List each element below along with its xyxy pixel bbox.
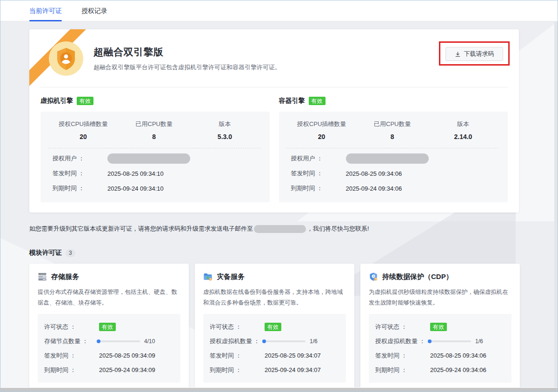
field-label: 签发时间 ： bbox=[53, 169, 107, 178]
stat-value: 5.3.0 bbox=[189, 133, 260, 140]
module-card-title: 持续数据保护（CDP） bbox=[382, 272, 453, 281]
download-request-code-button[interactable]: 下载请求码 bbox=[445, 47, 503, 61]
engine-title: 容器引擎 bbox=[279, 97, 305, 105]
status-badge: 有效 bbox=[77, 97, 93, 105]
module-licenses-heading: 模块许可证 bbox=[29, 249, 62, 257]
tab-authorization-records[interactable]: 授权记录 bbox=[81, 1, 107, 21]
redacted-user-value bbox=[107, 153, 190, 164]
quota-progress: 1/6 bbox=[430, 338, 483, 345]
license-subtitle: 超融合双引擎版平台许可证包含虚拟机引擎许可证和容器引擎许可证。 bbox=[93, 63, 281, 72]
license-header: 超融合双引擎版 超融合双引擎版平台许可证包含虚拟机引擎许可证和容器引擎许可证。 … bbox=[29, 29, 519, 87]
expire-time-value: 2025-09-24 09:34:09 bbox=[99, 366, 155, 373]
stat-value: 2.14.0 bbox=[428, 133, 498, 140]
stat-value: 8 bbox=[357, 133, 428, 140]
field-label: 到期时间 ： bbox=[375, 366, 430, 374]
tab-current-license[interactable]: 当前许可证 bbox=[29, 1, 62, 21]
module-card-cdp: 持续数据保护（CDP） 为虚拟机提供秒级细粒度持续数据保护，确保虚拟机在发生故障… bbox=[360, 264, 520, 392]
cdp-shield-icon bbox=[369, 272, 378, 281]
issue-time-value: 2025-08-25 09:34:06 bbox=[430, 352, 486, 359]
stat-label: 已用CPU数量 bbox=[357, 120, 428, 128]
stat-label: 授权CPU插槽数量 bbox=[286, 120, 357, 128]
engine-title: 虚拟机引擎 bbox=[40, 97, 73, 105]
module-card-description: 为虚拟机提供秒级细粒度持续数据保护，确保虚拟机在发生故障时能够快速恢复。 bbox=[369, 287, 512, 308]
field-label: 授权虚拟机数量 ： bbox=[375, 337, 430, 345]
module-card-title: 存储服务 bbox=[51, 272, 79, 281]
expire-time-value: 2025-09-24 09:34:06 bbox=[346, 185, 402, 192]
field-label: 到期时间 ： bbox=[291, 184, 346, 193]
issue-time-value: 2025-08-25 09:34:07 bbox=[265, 352, 321, 359]
dashed-divider bbox=[286, 148, 499, 148]
license-tabbar: 当前许可证 授权记录 bbox=[0, 0, 558, 21]
upgrade-note-suffix: ，我们将尽快与您联系! bbox=[307, 225, 369, 233]
field-label: 签发时间 ： bbox=[375, 352, 430, 360]
field-label: 许可状态 ： bbox=[44, 323, 99, 331]
quota-progress: 4/10 bbox=[99, 338, 155, 345]
progress-track bbox=[430, 340, 471, 342]
backup-folder-icon bbox=[203, 272, 213, 281]
module-card-panel: 许可状态 ：有效 授权虚拟机数量 ： 1/6 签发时间 ：2025-08-25 … bbox=[369, 314, 512, 383]
stat-label: 版本 bbox=[428, 120, 498, 128]
redacted-email bbox=[254, 225, 306, 233]
stat-label: 版本 bbox=[189, 120, 260, 128]
quota-value: 4/10 bbox=[144, 338, 155, 345]
license-title: 超融合双引擎版 bbox=[93, 46, 281, 59]
license-card: 超融合双引擎版 超融合双引擎版平台许可证包含虚拟机引擎许可证和容器引擎许可证。 … bbox=[29, 29, 519, 213]
progress-track bbox=[99, 340, 140, 342]
horizontal-scrollbar[interactable] bbox=[0, 387, 558, 392]
download-icon bbox=[455, 51, 461, 57]
engine-panel: 授权CPU插槽数量20 已用CPU数量8 版本5.3.0 授权用户 ： 签发时间… bbox=[40, 112, 270, 202]
module-card-panel: 许可状态 ：有效 授权虚拟机数量 ： 1/6 签发时间 ：2025-08-25 … bbox=[203, 314, 346, 383]
field-label: 到期时间 ： bbox=[44, 366, 99, 374]
upgrade-note-prefix: 如您需要升级到其它版本或更新许可证，请将您的请求码和升级需求发送电子邮件至 bbox=[29, 225, 253, 233]
stat-value: 20 bbox=[48, 133, 119, 140]
stat-label: 授权CPU插槽数量 bbox=[48, 120, 119, 128]
status-badge: 有效 bbox=[309, 97, 326, 105]
field-label: 授权用户 ： bbox=[53, 154, 107, 163]
stat-label: 已用CPU数量 bbox=[119, 120, 189, 128]
status-badge: 有效 bbox=[99, 323, 116, 331]
license-shield-avatar bbox=[49, 41, 83, 76]
engine-panel: 授权CPU插槽数量20 已用CPU数量8 版本2.14.0 授权用户 ： 签发时… bbox=[279, 112, 508, 202]
field-label: 存储节点数量 ： bbox=[44, 337, 99, 345]
redacted-user-value bbox=[346, 153, 429, 164]
engine-section-container: 容器引擎 有效 授权CPU插槽数量20 已用CPU数量8 版本2.14.0 授权… bbox=[279, 97, 508, 202]
upgrade-note: 如您需要升级到其它版本或更新许可证，请将您的请求码和升级需求发送电子邮件至 ，我… bbox=[29, 225, 529, 233]
field-label: 许可状态 ： bbox=[375, 323, 430, 331]
field-label: 到期时间 ： bbox=[53, 184, 107, 193]
field-label: 签发时间 ： bbox=[291, 169, 346, 178]
module-card-description: 提供分布式存储及存储资源管理，包括主机、硬盘、数据盘、存储池、块存储等。 bbox=[38, 287, 180, 308]
issue-time-value: 2025-08-25 09:34:10 bbox=[107, 170, 164, 177]
quota-progress: 1/6 bbox=[265, 338, 318, 345]
field-label: 签发时间 ： bbox=[210, 352, 265, 360]
module-card-storage: 存储服务 提供分布式存储及存储资源管理，包括主机、硬盘、数据盘、存储池、块存储等… bbox=[29, 264, 189, 392]
progress-track bbox=[265, 340, 306, 342]
storage-server-icon bbox=[38, 272, 47, 281]
field-label: 授权虚拟机数量 ： bbox=[210, 337, 265, 345]
module-card-backup: 灾备服务 虚拟机数据在线备份到备份服务器，支持本地，跨地域和混合云多种备份场景，… bbox=[195, 264, 354, 392]
download-button-label: 下载请求码 bbox=[464, 50, 494, 58]
field-label: 许可状态 ： bbox=[210, 323, 265, 331]
quota-value: 1/6 bbox=[310, 338, 318, 345]
engine-section-vm: 虚拟机引擎 有效 授权CPU插槽数量20 已用CPU数量8 版本5.3.0 授权… bbox=[40, 97, 270, 202]
stat-value: 20 bbox=[286, 133, 357, 140]
vertical-scrollbar[interactable] bbox=[554, 22, 558, 387]
status-badge: 有效 bbox=[265, 323, 281, 331]
module-card-title: 灾备服务 bbox=[217, 272, 245, 281]
quota-value: 1/6 bbox=[475, 338, 483, 345]
issue-time-value: 2025-08-25 09:34:06 bbox=[346, 170, 402, 177]
module-card-description: 虚拟机数据在线备份到备份服务器，支持本地，跨地域和混合云多种备份场景，数据更可靠… bbox=[203, 287, 346, 308]
module-card-panel: 许可状态 ：有效 存储节点数量 ： 4/10 签发时间 ：2025-08-25 … bbox=[38, 314, 180, 383]
field-label: 到期时间 ： bbox=[210, 366, 265, 374]
issue-time-value: 2025-08-25 09:34:09 bbox=[99, 352, 155, 359]
module-count-badge: 3 bbox=[66, 249, 75, 257]
field-label: 签发时间 ： bbox=[44, 352, 99, 360]
expire-time-value: 2025-09-24 09:34:10 bbox=[107, 185, 164, 192]
field-label: 授权用户 ： bbox=[291, 154, 346, 163]
expire-time-value: 2025-09-24 09:34:07 bbox=[265, 366, 321, 373]
status-badge: 有效 bbox=[430, 323, 447, 331]
page-content: 超融合双引擎版 超融合双引擎版平台许可证包含虚拟机引擎许可证和容器引擎许可证。 … bbox=[0, 21, 558, 392]
expire-time-value: 2025-09-24 09:34:06 bbox=[430, 366, 486, 373]
stat-value: 8 bbox=[119, 133, 189, 140]
dashed-divider bbox=[48, 148, 260, 148]
